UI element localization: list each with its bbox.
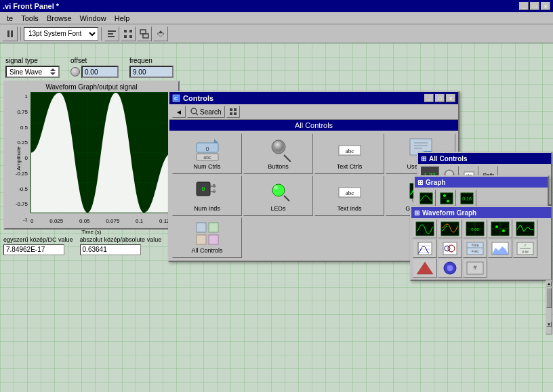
offset-value[interactable]: 0.00 xyxy=(81,66,119,78)
close-button[interactable]: × xyxy=(541,2,550,10)
wg-icon-2[interactable] xyxy=(438,219,462,238)
wg-icon-9[interactable] xyxy=(488,239,512,258)
scroll-thumb[interactable] xyxy=(546,288,552,308)
svg-point-77 xyxy=(502,230,505,232)
offset-knob[interactable] xyxy=(70,67,80,77)
palette-maximize[interactable]: □ xyxy=(435,94,445,102)
toolbar: 13pt System Font xyxy=(0,24,553,43)
all-controls-label: All Controls xyxy=(429,155,468,162)
svg-point-18 xyxy=(191,108,197,114)
x-axis-labels: 0 0.025 0.05 0.075 0.1 0.125 xyxy=(30,218,173,224)
svg-point-100 xyxy=(447,265,453,271)
svg-rect-6 xyxy=(129,35,132,38)
svg-text:Time: Time xyxy=(472,243,479,247)
menu-item-help[interactable]: Help xyxy=(110,14,134,23)
wg-icon-4[interactable] xyxy=(488,219,512,238)
waveform-graph-palette: ⊞ Waveform Graph xyxy=(410,206,552,281)
signal-type-input[interactable]: Sine Wave xyxy=(5,66,60,78)
wg-icon-6[interactable] xyxy=(413,239,437,258)
svg-rect-60 xyxy=(420,193,432,204)
palette-window-controls: _ □ × xyxy=(424,94,455,102)
distribute-icon xyxy=(123,29,133,39)
svg-marker-96 xyxy=(417,262,433,274)
palette-item-num-inds[interactable]: 0 5 0 Num Inds xyxy=(172,175,242,216)
x-axis-title: Time (s) xyxy=(81,229,101,235)
svg-rect-20 xyxy=(230,108,232,111)
scroll-up-btn[interactable]: ▲ xyxy=(546,281,552,286)
palette-back-button[interactable]: ◄ xyxy=(172,106,186,118)
reorder-button[interactable] xyxy=(153,26,168,41)
buttons-icon xyxy=(266,137,291,162)
svg-point-42 xyxy=(274,186,278,190)
menu-item-tools[interactable]: Tools xyxy=(17,14,43,23)
maximize-button[interactable]: □ xyxy=(530,2,539,10)
svg-text:abc: abc xyxy=(203,155,211,160)
palette-item-text-ctrls[interactable]: abc Text Ctrls xyxy=(314,133,384,174)
signal-controls: signal type Sine Wave offset 0.00 freque… xyxy=(5,57,173,78)
distribute-button[interactable] xyxy=(121,26,136,41)
scrollbar-right[interactable]: ▲ ▼ xyxy=(546,280,552,334)
wg-icon-10[interactable]: ✓ # ## xyxy=(513,239,537,258)
wg-icon-13[interactable]: # xyxy=(463,259,487,278)
waveform-svg xyxy=(31,93,172,213)
svg-text:0: 0 xyxy=(201,186,205,192)
graph-type-2[interactable] xyxy=(437,190,456,207)
palette-item-label-num-ctrls: Num Ctrls xyxy=(194,163,221,170)
palette-item-buttons[interactable]: Buttons xyxy=(243,133,313,174)
graph-sub-label-title: Graph xyxy=(426,179,445,186)
graph-canvas-area xyxy=(30,92,173,213)
palette-title: Controls xyxy=(183,94,213,102)
palette-view-button[interactable] xyxy=(226,106,240,118)
wg-icon-7[interactable] xyxy=(438,239,462,258)
svg-rect-7 xyxy=(140,30,146,34)
palette-item-all-controls[interactable]: All Controls xyxy=(172,217,242,258)
text-ctrls-icon: abc xyxy=(337,137,362,162)
svg-rect-21 xyxy=(234,108,237,111)
offset-group: offset 0.00 xyxy=(70,57,119,78)
palette-item-label-text-ctrls: Text Ctrls xyxy=(337,163,363,170)
palette-toolbar: ◄ Search xyxy=(169,104,458,120)
scroll-down-btn[interactable]: ▼ xyxy=(546,322,552,327)
svg-rect-8 xyxy=(143,34,148,38)
frequency-value[interactable]: 9.00 xyxy=(129,66,173,78)
pause-button[interactable] xyxy=(3,26,18,41)
palette-header: All Controls xyxy=(169,120,458,131)
wg-icon-12[interactable] xyxy=(438,259,462,278)
text-inds-icon: abc xyxy=(337,179,362,204)
palette-search-button[interactable]: Search xyxy=(187,106,225,118)
wg-icon-11[interactable] xyxy=(413,259,437,278)
menu-item-file[interactable]: te xyxy=(3,14,17,23)
graph-type-1[interactable] xyxy=(417,190,436,207)
svg-point-63 xyxy=(443,194,446,197)
num-ctrls-icon: 0 abc xyxy=(195,137,220,162)
menu-item-window[interactable]: Window xyxy=(76,14,110,23)
svg-rect-22 xyxy=(230,112,232,115)
palette-item-leds[interactable]: LEDs xyxy=(243,175,313,216)
num-inds-icon: 0 5 0 xyxy=(195,179,220,204)
wg-icon-5[interactable] xyxy=(513,219,537,238)
svg-rect-4 xyxy=(129,30,132,32)
palette-item-text-inds[interactable]: abc Text Inds xyxy=(314,175,384,216)
font-selector[interactable]: 13pt System Font xyxy=(24,27,98,41)
wg-row1: 0.00 xyxy=(413,219,550,238)
palette-close[interactable]: × xyxy=(446,94,455,102)
wg-row3: # xyxy=(413,259,550,278)
abs-label: abszolut közép/absolute value xyxy=(80,236,162,243)
graph-type-3[interactable]: 0.16 xyxy=(457,190,476,207)
palette-minimize[interactable]: _ xyxy=(424,94,434,102)
minimize-button[interactable]: _ xyxy=(519,2,529,10)
wg-icon-3[interactable]: 0.00 xyxy=(463,219,487,238)
align-button[interactable] xyxy=(104,26,119,41)
y-axis-title: Amplitude xyxy=(16,146,22,171)
resize-icon xyxy=(140,29,149,39)
resize-button[interactable] xyxy=(137,26,152,41)
menu-item-browse[interactable]: Browse xyxy=(43,14,76,23)
wg-icon-1[interactable] xyxy=(413,219,437,238)
pause-icon xyxy=(7,30,13,37)
title-bar: .vi Front Panel * _ □ × xyxy=(0,0,553,12)
svg-rect-78 xyxy=(516,222,534,236)
palette-item-num-ctrls[interactable]: 0 abc Num Ctrls xyxy=(172,133,242,174)
palette-item-label-buttons: Buttons xyxy=(268,163,289,170)
wg-icon-8[interactable]: Time Freq xyxy=(463,239,487,258)
svg-rect-50 xyxy=(197,235,206,244)
